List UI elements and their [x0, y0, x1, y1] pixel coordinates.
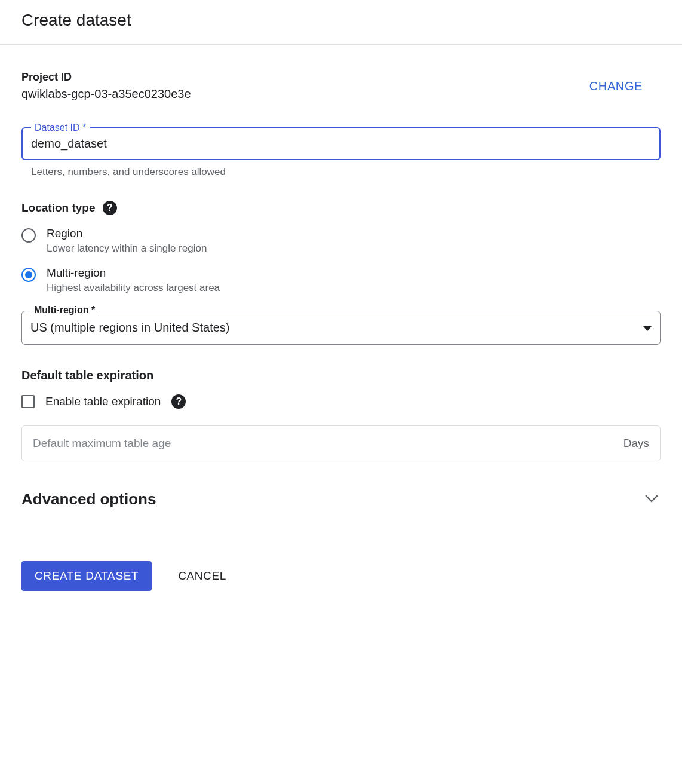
- default-table-expiration-label: Default table expiration: [21, 369, 661, 382]
- radio-icon: [21, 268, 36, 282]
- max-table-age-placeholder: Default maximum table age: [33, 437, 171, 450]
- action-buttons: CREATE DATASET CANCEL: [21, 561, 661, 591]
- enable-expiration-row: Enable table expiration ?: [21, 394, 661, 409]
- multi-region-select[interactable]: Multi-region * US (multiple regions in U…: [21, 311, 661, 345]
- advanced-options-title: Advanced options: [21, 490, 156, 509]
- dataset-id-field[interactable]: Dataset ID *: [21, 127, 661, 160]
- help-icon[interactable]: ?: [171, 394, 186, 409]
- project-row: Project ID qwiklabs-gcp-03-a35ec0230e3e …: [21, 71, 661, 101]
- chevron-down-icon: [645, 494, 658, 505]
- location-type-label: Location type: [21, 201, 96, 215]
- page-title: Create dataset: [21, 11, 661, 30]
- radio-title: Multi-region: [47, 267, 220, 280]
- max-table-age-unit: Days: [623, 437, 649, 450]
- radio-icon: [21, 228, 36, 243]
- form-content: Project ID qwiklabs-gcp-03-a35ec0230e3e …: [0, 45, 682, 612]
- location-type-header: Location type ?: [21, 201, 661, 215]
- radio-option-region[interactable]: Region Lower latency within a single reg…: [21, 227, 661, 255]
- dataset-id-label: Dataset ID *: [31, 122, 90, 133]
- radio-desc: Highest availability across largest area: [47, 282, 220, 294]
- radio-option-multi-region[interactable]: Multi-region Highest availability across…: [21, 267, 661, 294]
- project-id-value: qwiklabs-gcp-03-a35ec0230e3e: [21, 87, 191, 101]
- enable-expiration-label: Enable table expiration: [45, 395, 161, 408]
- dataset-id-helper: Letters, numbers, and underscores allowe…: [21, 166, 661, 178]
- multi-region-label: Multi-region *: [30, 305, 99, 316]
- dialog-header: Create dataset: [0, 0, 682, 45]
- enable-expiration-checkbox[interactable]: [21, 395, 35, 408]
- create-dataset-button[interactable]: CREATE DATASET: [21, 561, 152, 591]
- radio-title: Region: [47, 227, 207, 240]
- dataset-id-input[interactable]: [31, 137, 651, 151]
- help-icon[interactable]: ?: [103, 201, 117, 215]
- project-id-label: Project ID: [21, 71, 191, 84]
- radio-desc: Lower latency within a single region: [47, 243, 207, 255]
- location-type-radio-group: Region Lower latency within a single reg…: [21, 227, 661, 294]
- change-project-button[interactable]: CHANGE: [582, 75, 650, 98]
- max-table-age-field[interactable]: Default maximum table age Days: [21, 425, 661, 461]
- multi-region-value: US (multiple regions in United States): [30, 321, 229, 335]
- dropdown-arrow-icon: [643, 323, 652, 333]
- cancel-button[interactable]: CANCEL: [178, 569, 226, 583]
- advanced-options-toggle[interactable]: Advanced options: [21, 490, 661, 509]
